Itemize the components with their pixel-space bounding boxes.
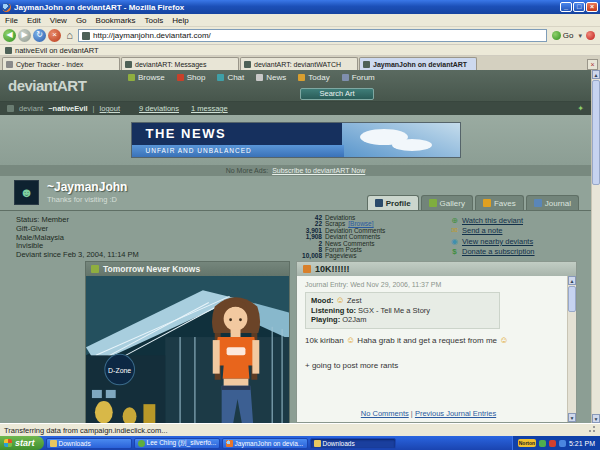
- tab-favicon: [244, 61, 251, 68]
- journal-extra-line: + going to post more rants: [305, 361, 560, 370]
- window-title: JaymanJohn on deviantART - Mozilla Firef…: [14, 3, 184, 12]
- browse-icon: [128, 74, 135, 81]
- tab-jaymanjohn-active[interactable]: JaymanJohn on deviantART: [359, 57, 477, 70]
- profile-header: ☻ ~JaymanJohn Thanks for visiting :D Pro…: [0, 176, 591, 211]
- tab-deviantwatch[interactable]: deviantART: deviantWATCH: [240, 57, 358, 70]
- journal-date: Journal Entry: Wed Nov 29, 2006, 11:37 P…: [305, 281, 560, 288]
- featured-artwork-image[interactable]: D-Zone: [86, 276, 289, 423]
- journal-scrollbar[interactable]: ▲ ▼: [567, 276, 576, 422]
- nav-today[interactable]: Today: [298, 73, 329, 82]
- featured-header: Tomorrow Never Knows: [86, 262, 289, 276]
- taskbar-item-downloads-1[interactable]: Downloads: [46, 438, 132, 449]
- tab-faves[interactable]: Faves: [475, 195, 524, 210]
- scroll-down-icon[interactable]: ▼: [568, 413, 576, 422]
- tray-icon-red[interactable]: [549, 440, 556, 447]
- scroll-up-icon[interactable]: ▲: [568, 276, 576, 285]
- scroll-up-icon[interactable]: ▲: [592, 70, 600, 79]
- journal-header: 10K!!!!!!: [297, 262, 576, 276]
- minimize-button[interactable]: _: [560, 2, 572, 12]
- gallery-tab-icon: [429, 199, 437, 207]
- forward-button[interactable]: ▶: [18, 29, 31, 42]
- tab-label: Cyber Tracker - Index: [16, 61, 83, 68]
- maximize-button[interactable]: □: [573, 2, 585, 12]
- nav-forum[interactable]: Forum: [342, 73, 375, 82]
- donate-subscription-link[interactable]: $Donate a subscription: [450, 247, 535, 258]
- bookmark-item[interactable]: nativeEvil on deviantART: [15, 46, 99, 55]
- scroll-down-icon[interactable]: ▼: [592, 414, 600, 423]
- featured-icon: [91, 265, 99, 273]
- search-art-button[interactable]: Search Art: [300, 88, 374, 100]
- mood-emoticon: ☺: [336, 295, 345, 305]
- resize-grip[interactable]: [586, 425, 596, 435]
- nearby-deviants-link[interactable]: ◉View nearby deviants: [450, 236, 535, 247]
- nav-shop[interactable]: Shop: [177, 73, 206, 82]
- menu-tools[interactable]: Tools: [145, 16, 164, 25]
- globe-icon: ◉: [450, 237, 459, 246]
- watch-deviant-link[interactable]: ⊕Watch this deviant: [450, 215, 535, 226]
- status-text: Transferring data from campaign.indiecli…: [4, 426, 168, 435]
- logged-in-username[interactable]: ~nativeEvil: [48, 104, 87, 113]
- browser-window: JaymanJohn on deviantART - Mozilla Firef…: [0, 0, 600, 450]
- scrollbar-thumb[interactable]: [568, 286, 576, 312]
- noads-label: No More Ads:: [226, 167, 268, 174]
- menu-go[interactable]: Go: [76, 16, 87, 25]
- home-button[interactable]: ⌂: [63, 29, 76, 42]
- menu-bookmarks[interactable]: Bookmarks: [96, 16, 136, 25]
- ad-banner[interactable]: THE NEWS UNFAIR AND UNBALANCED: [131, 122, 461, 158]
- stat-label: Pageviews: [325, 253, 356, 259]
- logout-link[interactable]: logout: [100, 104, 120, 113]
- bookmarks-bar: nativeEvil on deviantART: [0, 45, 600, 56]
- bookmark-favicon: [5, 47, 12, 54]
- taskbar-item-firefox[interactable]: JaymanJohn on devia...: [222, 438, 308, 449]
- deviations-link[interactable]: 9 deviations: [139, 104, 179, 113]
- chevron-down-icon[interactable]: ▾: [578, 32, 582, 40]
- norton-tray-icon[interactable]: Norton: [518, 439, 536, 447]
- actions-column: ⊕Watch this deviant ✉Send a note ◉View n…: [450, 215, 535, 257]
- send-note-link[interactable]: ✉Send a note: [450, 226, 535, 237]
- messenger-icon: [138, 440, 145, 447]
- playing-row: Playing: O2Jam: [311, 315, 494, 325]
- close-button[interactable]: ×: [586, 2, 598, 12]
- journal-tab-icon: [534, 199, 542, 207]
- no-comments-link[interactable]: No Comments: [361, 409, 409, 418]
- tab-profile[interactable]: Profile: [367, 195, 419, 210]
- tab-messages[interactable]: deviantART: Messages: [121, 57, 239, 70]
- go-button[interactable]: Go: [549, 31, 577, 40]
- clock[interactable]: 5:21 PM: [569, 440, 595, 447]
- profile-tabs: Profile Gallery Faves Journal: [367, 195, 579, 210]
- subscribe-link[interactable]: Subscribe to deviantART Now: [272, 167, 365, 174]
- tab-cyber-tracker[interactable]: Cyber Tracker - Index: [2, 57, 120, 70]
- volume-icon[interactable]: [559, 440, 566, 447]
- page-scrollbar[interactable]: ▲ ▼: [591, 70, 600, 423]
- tab-favicon: [363, 61, 370, 68]
- menu-view[interactable]: View: [50, 16, 67, 25]
- start-button[interactable]: start: [0, 436, 44, 450]
- close-tab-button[interactable]: ×: [587, 59, 598, 70]
- folder-icon: [314, 440, 321, 447]
- tab-gallery[interactable]: Gallery: [421, 195, 473, 210]
- tray-icon-green[interactable]: [539, 440, 546, 447]
- nav-news[interactable]: News: [256, 73, 286, 82]
- deviantart-logo[interactable]: deviantART: [8, 77, 86, 94]
- extension-icon[interactable]: [586, 31, 595, 40]
- tab-label: deviantART: deviantWATCH: [254, 61, 341, 68]
- back-button[interactable]: ◀: [3, 29, 16, 42]
- menu-edit[interactable]: Edit: [27, 16, 41, 25]
- messages-link[interactable]: 1 message: [191, 104, 228, 113]
- menu-help[interactable]: Help: [172, 16, 188, 25]
- reload-button[interactable]: ↻: [33, 29, 46, 42]
- taskbar-item-downloads-2[interactable]: Downloads: [310, 438, 396, 449]
- stop-button[interactable]: ×: [48, 29, 61, 42]
- menu-file[interactable]: File: [5, 16, 18, 25]
- nav-browse[interactable]: Browse: [128, 73, 165, 82]
- address-bar[interactable]: http://jaymanjohn.deviantart.com/: [78, 29, 547, 42]
- avatar[interactable]: ☻: [14, 180, 39, 205]
- previous-journal-link[interactable]: Previous Journal Entries: [415, 409, 496, 418]
- nav-chat[interactable]: Chat: [217, 73, 244, 82]
- scrollbar-thumb[interactable]: [592, 80, 600, 185]
- taskbar-item-messenger[interactable]: Lee Ching (别_silverfo...: [134, 438, 220, 449]
- tab-journal[interactable]: Journal: [526, 195, 579, 210]
- profile-username: ~JaymanJohn: [47, 180, 127, 194]
- news-icon: [256, 74, 263, 81]
- noads-strip: No More Ads: Subscribe to deviantART Now: [0, 165, 591, 176]
